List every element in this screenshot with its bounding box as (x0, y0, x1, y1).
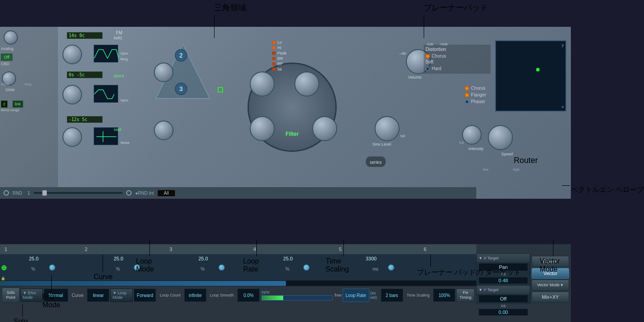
intensity-full-label: full (459, 141, 464, 145)
progress-fill (0, 281, 286, 286)
router-annotation: Router (514, 156, 538, 165)
rnd-slider[interactable] (33, 192, 123, 194)
off-button[interactable]: Off (1, 54, 12, 61)
solo-point-button[interactable]: Solo Point (2, 288, 20, 303)
osc3-main-knob[interactable] (62, 127, 82, 147)
analog-knob[interactable] (4, 30, 18, 45)
filter-fat-indicator (272, 67, 276, 71)
track-unit-1: % (31, 267, 35, 272)
bell1-label: bell1 (114, 36, 122, 40)
bend-range-label: Bend range (1, 108, 19, 112)
sync-slider[interactable] (261, 295, 333, 301)
speed-knob[interactable] (488, 125, 513, 150)
y-target-value[interactable]: Off (479, 295, 528, 303)
ruler-3: 3 (169, 247, 172, 252)
rnd-int-indicator (126, 190, 132, 196)
distortion-title: Distortion (425, 46, 489, 52)
soft-radio[interactable] (425, 54, 430, 59)
osc2-badge[interactable]: 2 (175, 49, 187, 62)
link-button[interactable]: link (12, 100, 23, 108)
filter-hi-indicator (272, 46, 276, 50)
glide-label: Glide (5, 88, 15, 92)
osc2-tune-knob[interactable] (154, 63, 173, 82)
track-handle-1[interactable] (49, 264, 55, 271)
env-mode-dropdown[interactable]: ▼ ENV Mode (21, 289, 43, 302)
chorus-label: Chorus (471, 86, 485, 91)
track-handle-4[interactable] (303, 264, 310, 271)
high-label: high (513, 167, 520, 171)
planar-pad[interactable]: y x (495, 40, 566, 112)
osc2-main-knob[interactable] (62, 85, 82, 105)
track-handle-3[interactable] (219, 264, 225, 271)
osc3-badge[interactable]: 3 (175, 83, 187, 95)
osc3-tune-knob[interactable] (154, 121, 173, 140)
synth-top-panel: Analog Off CBD Glide short long 2 link B… (0, 27, 571, 199)
sync-area: sync (261, 290, 333, 301)
loop-smooth-label: Loop Smooth (207, 289, 237, 302)
track-unit-3: % (201, 267, 205, 272)
chorus-radio[interactable] (465, 86, 469, 91)
loop-count-label: Loop Count (157, 289, 183, 302)
time-scaling-value[interactable]: 100% (433, 289, 455, 302)
filter-drive-knob[interactable] (250, 71, 275, 96)
sync1-label: Sync (120, 51, 128, 55)
x-int-value[interactable]: 0.48 (479, 277, 528, 284)
y-int-label: Int (477, 304, 530, 308)
chorus-option[interactable]: Chorus (465, 86, 486, 91)
door3-label: door3 (114, 74, 124, 78)
filter-res-knob[interactable] (312, 116, 337, 141)
phaser-radio[interactable] (465, 100, 469, 104)
y-int-value[interactable]: 0.00 (479, 309, 528, 316)
vector-mode-btn[interactable]: Vector Mode ▼ (532, 280, 569, 291)
soft-option[interactable]: Chorus (425, 54, 489, 59)
distortion-soft-label: Soft (425, 59, 489, 64)
sine-level-knob[interactable] (375, 116, 400, 141)
track-val-2: 25.0 (114, 256, 123, 261)
track-area: 25.0 % 25.0 % 25.0 % 25.0 % 3300 ms ⊕ 🔒 (0, 254, 476, 281)
y-target-header[interactable]: ▼ Y Target (477, 286, 530, 294)
loop-start-marker[interactable]: ⊕ (1, 263, 7, 272)
phaser-label: Phaser (471, 99, 485, 104)
rnd-indicator (4, 190, 9, 196)
hard-option[interactable]: Hard (425, 66, 489, 71)
short-label: short (1, 82, 9, 86)
time-display-3[interactable]: -12s 5c (67, 116, 103, 123)
time-display-2[interactable]: 0s -5c (67, 71, 103, 78)
filter-bp-label: BP (277, 62, 283, 66)
effects-panel: Chorus Flanger Phaser (465, 85, 486, 105)
control-bar: Solo Point ▼ ENV Mode Normal Curve linea… (0, 286, 476, 304)
xtarget-section: ▼ X Target Pan Int 0.48 ▼ Y Target Off I… (477, 254, 530, 304)
filter-cut1-knob[interactable] (294, 71, 319, 96)
loop-smooth-value[interactable]: 0.0% (237, 289, 260, 302)
loop-rate-btn[interactable]: Loop Rate (343, 289, 369, 302)
curve-value[interactable]: linear (87, 289, 109, 302)
track-handle-5[interactable] (388, 264, 394, 271)
track-ruler: 1 2 3 4 5 6 (0, 244, 476, 254)
loop-mode-dropdown[interactable]: ▼ Loop Mode (110, 289, 133, 302)
intensity-knob[interactable] (462, 125, 482, 145)
long-label: long (25, 82, 31, 86)
flanger-option[interactable]: Flanger (465, 92, 486, 97)
phaser-option[interactable]: Phaser (465, 99, 486, 104)
vector-envelope-annotation: ベクトルエン ベロープ (571, 185, 644, 195)
mix-xy-btn[interactable]: Mix+XY (532, 292, 569, 303)
ruler-1: 1 (4, 247, 7, 252)
bars-value[interactable]: 2 bars (381, 289, 403, 302)
loop-mode-value[interactable]: Forward (134, 289, 156, 302)
x-target-header[interactable]: ▼ X Target (477, 254, 530, 262)
filter-br-indicator (272, 57, 276, 60)
loop-count-value[interactable]: infinite (184, 289, 206, 302)
rnd-int-label: ●RND Int (135, 191, 154, 196)
series-label[interactable]: series (366, 156, 386, 167)
osc1-knob[interactable] (62, 45, 82, 64)
hard-radio[interactable] (425, 67, 430, 71)
y-target-label: ▼ Y Target (479, 288, 498, 292)
progress-bar[interactable] (0, 281, 476, 286)
flanger-radio[interactable] (465, 93, 469, 97)
time-scaling-label: Time Scaling (404, 289, 433, 302)
fix-timing-button[interactable]: Fix Timing (456, 289, 475, 302)
time-display-1[interactable]: 14s 0c (67, 32, 103, 39)
bend-range-display[interactable]: 2 (1, 100, 8, 108)
filter-fm-knob[interactable] (250, 116, 275, 141)
x-target-label: ▼ X Target (479, 256, 499, 260)
